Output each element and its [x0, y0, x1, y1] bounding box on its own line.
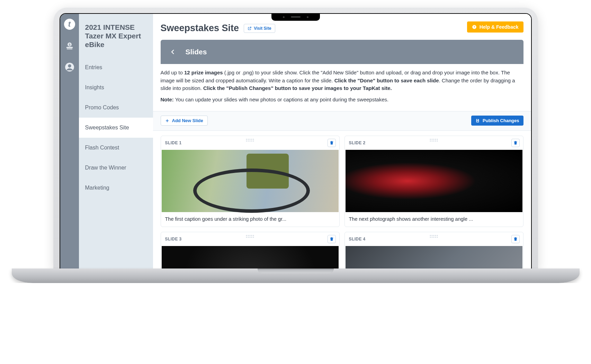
add-slide-label: Add New Slide: [172, 118, 203, 123]
svg-text:?: ?: [473, 26, 475, 29]
visit-site-label: Visit Site: [254, 26, 271, 31]
donate-icon[interactable]: $: [64, 40, 75, 51]
trash-icon: [513, 140, 518, 145]
slide-card: SLIDE 4: [344, 232, 523, 269]
sweepstakes-name: 2021 INTENSE Tazer MX Expert eBike: [79, 14, 153, 57]
section-title: Slides: [186, 48, 207, 56]
laptop-base: [12, 269, 580, 283]
section-header: Slides: [161, 40, 523, 64]
svg-rect-8: [477, 119, 478, 120]
back-button[interactable]: [170, 49, 176, 55]
slide-card: SLIDE 2 The next photograph shows anothe…: [344, 136, 523, 227]
slide-image[interactable]: [346, 246, 522, 269]
delete-slide-button[interactable]: [511, 139, 520, 147]
delete-slide-button[interactable]: [328, 139, 336, 147]
main-panel: ? Help & Feedback Sweepstakes Site Visit…: [153, 14, 531, 269]
drag-handle[interactable]: [246, 139, 254, 142]
slide-caption: The first caption goes under a striking …: [161, 212, 339, 227]
delete-slide-button[interactable]: [328, 235, 336, 243]
delete-slide-button[interactable]: [511, 235, 520, 243]
save-icon: [475, 118, 480, 123]
publish-changes-button[interactable]: Publish Changes: [471, 116, 523, 126]
icon-rail: t $: [60, 14, 79, 269]
drag-handle[interactable]: [430, 235, 438, 238]
trash-icon: [329, 237, 334, 242]
account-icon[interactable]: [64, 62, 75, 73]
instructions-block: Add up to 12 prize images (.jpg or .png)…: [153, 64, 531, 109]
visit-site-button[interactable]: Visit Site: [244, 24, 275, 33]
slide-image[interactable]: [162, 150, 339, 212]
svg-rect-2: [66, 48, 72, 49]
laptop-notch: [271, 13, 320, 21]
slide-label: SLIDE 1: [165, 140, 182, 145]
external-link-icon: [248, 26, 252, 30]
help-feedback-button[interactable]: ? Help & Feedback: [467, 21, 523, 33]
sidebar-item-draw-winner[interactable]: Draw the Winner: [79, 158, 153, 178]
drag-handle[interactable]: [430, 139, 438, 142]
sidebar-item-sweepstakes-site[interactable]: Sweepstakes Site: [79, 118, 153, 138]
sidebar-item-entries[interactable]: Entries: [79, 57, 153, 78]
drag-handle[interactable]: [246, 235, 254, 238]
slide-label: SLIDE 2: [349, 140, 366, 145]
slide-card: SLIDE 3: [161, 232, 340, 269]
slide-label: SLIDE 3: [165, 237, 182, 242]
svg-rect-9: [477, 121, 478, 122]
chevron-left-icon: [170, 48, 176, 56]
sidebar: 2021 INTENSE Tazer MX Expert eBike Entri…: [79, 14, 153, 269]
plus-icon: [165, 119, 169, 123]
slide-caption: The next photograph shows another intere…: [345, 212, 523, 227]
help-feedback-label: Help & Feedback: [480, 24, 519, 30]
trash-icon: [513, 237, 518, 242]
sidebar-item-flash-contest[interactable]: Flash Contest: [79, 138, 153, 158]
slide-image[interactable]: [346, 150, 522, 212]
page-title: Sweepstakes Site: [161, 23, 239, 34]
trash-icon: [329, 140, 334, 145]
sidebar-item-marketing[interactable]: Marketing: [79, 178, 153, 198]
publish-label: Publish Changes: [483, 118, 519, 123]
logo-icon[interactable]: t: [64, 19, 75, 30]
svg-point-5: [68, 64, 71, 67]
svg-rect-1: [66, 47, 73, 48]
help-icon: ?: [472, 25, 477, 29]
slide-label: SLIDE 4: [349, 237, 366, 242]
svg-text:$: $: [69, 43, 71, 46]
add-new-slide-button[interactable]: Add New Slide: [161, 116, 208, 126]
slide-image[interactable]: [162, 246, 339, 269]
slide-card: SLIDE 1 The first caption goes under a s…: [161, 136, 340, 227]
sidebar-item-insights[interactable]: Insights: [79, 78, 153, 98]
action-row: Add New Slide Publish Changes: [153, 111, 531, 131]
sidebar-item-promo-codes[interactable]: Promo Codes: [79, 98, 153, 118]
